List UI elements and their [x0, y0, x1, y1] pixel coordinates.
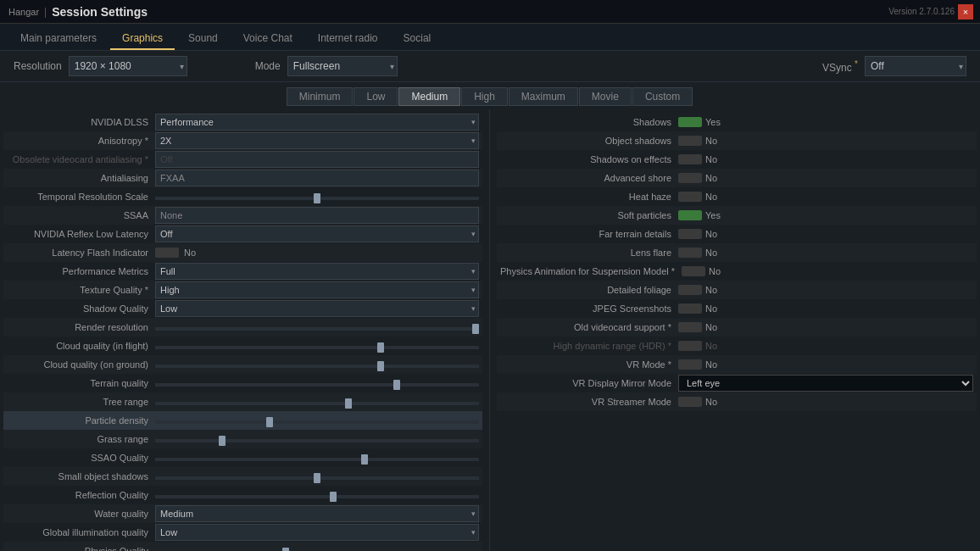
advanced-shore-toggle[interactable]: [678, 173, 702, 183]
soft-particles-toggle[interactable]: [678, 210, 702, 220]
ssao-quality-slider[interactable]: [155, 458, 479, 461]
temporal-resolution-label: Temporal Resolution Scale: [7, 192, 155, 202]
shadows-effects-value: No: [705, 154, 717, 164]
detailed-foliage-toggle[interactable]: [678, 285, 702, 295]
shadow-quality-select[interactable]: Low: [155, 300, 479, 317]
tree-range-control[interactable]: [155, 396, 479, 408]
grass-range-control[interactable]: [155, 433, 479, 445]
cloud-inflight-slider[interactable]: [155, 346, 479, 349]
preset-maximum[interactable]: Maximum: [509, 87, 578, 106]
far-terrain-row: Far terrain details No: [497, 225, 977, 243]
preset-low[interactable]: Low: [354, 87, 398, 106]
vsync-group: VSync * Off: [822, 56, 966, 76]
far-terrain-toggle[interactable]: [678, 229, 702, 239]
water-quality-label: Water quality: [7, 509, 155, 519]
grass-range-label: Grass range: [7, 434, 155, 444]
tree-range-label: Tree range: [7, 397, 155, 407]
preset-medium[interactable]: Medium: [398, 87, 460, 106]
perf-metrics-select[interactable]: Full: [155, 263, 479, 280]
small-object-shadows-control[interactable]: [155, 470, 479, 482]
vsync-select[interactable]: Off: [865, 56, 966, 76]
mode-select[interactable]: Fullscreen: [287, 56, 398, 76]
hdr-row: High dynamic range (HDR) * No: [497, 337, 977, 355]
ssaa-value: None: [155, 207, 479, 224]
particle-density-slider[interactable]: [155, 420, 479, 424]
nvidia-dlss-select[interactable]: Performance: [155, 114, 479, 131]
ssao-quality-control[interactable]: [155, 452, 479, 464]
soft-particles-row: Soft particles Yes: [497, 206, 977, 225]
cloud-inflight-control[interactable]: [155, 340, 479, 352]
vr-display-select[interactable]: Left eye: [678, 375, 973, 392]
grass-range-slider[interactable]: [155, 439, 479, 442]
render-resolution-row: Render resolution: [3, 318, 482, 337]
global-illumination-select[interactable]: Low: [155, 524, 479, 541]
lens-flare-toggle[interactable]: [678, 248, 702, 258]
temporal-resolution-control[interactable]: [155, 191, 479, 203]
resolution-select[interactable]: 1920 × 1080: [69, 56, 187, 76]
tree-range-slider[interactable]: [155, 402, 479, 405]
old-videocard-toggle[interactable]: [678, 322, 702, 332]
preset-high[interactable]: High: [461, 87, 508, 106]
small-object-shadows-slider[interactable]: [155, 476, 479, 480]
tab-voice-chat[interactable]: Voice Chat: [231, 28, 304, 50]
hdr-control: No: [678, 341, 973, 351]
grass-range-row: Grass range: [3, 430, 482, 448]
reflection-quality-slider[interactable]: [155, 495, 479, 498]
preset-custom[interactable]: Custom: [632, 87, 693, 106]
antialiasing-row: Antialiasing FXAA: [3, 169, 482, 187]
vr-mode-toggle[interactable]: [678, 359, 702, 370]
heat-haze-toggle[interactable]: [678, 192, 702, 202]
advanced-shore-label: Advanced shore: [500, 173, 678, 183]
tab-social[interactable]: Social: [392, 28, 443, 50]
cloud-onground-slider[interactable]: [155, 365, 479, 368]
shadows-toggle[interactable]: [678, 117, 702, 127]
reflection-quality-control[interactable]: [155, 489, 479, 501]
shadows-row: Shadows Yes: [497, 113, 977, 131]
obsolete-antialiasing-label: Obsolete videocard antialiasing *: [7, 154, 155, 164]
mode-select-wrap: Fullscreen: [287, 56, 398, 76]
far-terrain-control: No: [678, 229, 973, 239]
jpeg-screenshots-toggle[interactable]: [678, 303, 702, 314]
render-resolution-slider[interactable]: [155, 327, 479, 331]
terrain-quality-control[interactable]: [155, 377, 479, 389]
nvidia-reflex-select[interactable]: Off: [155, 225, 479, 242]
cloud-onground-label: Cloud quality (on ground): [7, 359, 155, 370]
hdr-toggle[interactable]: [678, 341, 702, 351]
tab-graphics[interactable]: Graphics: [110, 28, 175, 50]
tab-sound[interactable]: Sound: [176, 28, 230, 50]
cloud-onground-row: Cloud quality (on ground): [3, 355, 482, 374]
terrain-quality-label: Terrain quality: [7, 378, 155, 388]
obsolete-antialiasing-control: Off: [155, 151, 479, 168]
object-shadows-toggle[interactable]: [678, 136, 702, 146]
water-quality-select[interactable]: Medium: [155, 505, 479, 522]
back-link[interactable]: Hangar: [8, 7, 39, 17]
vsync-label: VSync *: [822, 59, 858, 74]
nvidia-dlss-row: NVIDIA DLSS Performance: [3, 113, 482, 131]
vr-streamer-toggle[interactable]: [678, 397, 702, 407]
latency-flash-toggle[interactable]: [155, 248, 179, 258]
terrain-quality-slider[interactable]: [155, 383, 479, 387]
preset-movie[interactable]: Movie: [579, 87, 632, 106]
jpeg-screenshots-label: JPEG Screenshots: [500, 303, 678, 314]
preset-minimum[interactable]: Minimum: [287, 87, 354, 106]
heat-haze-row: Heat haze No: [497, 187, 977, 206]
detailed-foliage-label: Detailed foliage: [500, 285, 678, 295]
temporal-resolution-slider[interactable]: [155, 197, 479, 200]
ssaa-label: SSAA: [7, 210, 155, 220]
cloud-onground-control[interactable]: [155, 359, 479, 370]
tab-main-parameters[interactable]: Main parameters: [8, 28, 109, 50]
far-terrain-label: Far terrain details: [500, 229, 678, 239]
texture-quality-select[interactable]: High: [155, 281, 479, 298]
particle-density-control[interactable]: [155, 415, 479, 426]
shadows-control: Yes: [678, 117, 973, 127]
jpeg-screenshots-control: No: [678, 303, 973, 314]
shadows-effects-toggle[interactable]: [678, 154, 702, 164]
physics-quality-control[interactable]: [155, 545, 479, 551]
close-button[interactable]: ×: [958, 4, 973, 19]
tab-internet-radio[interactable]: Internet radio: [306, 28, 390, 50]
physics-animation-value: No: [709, 266, 721, 276]
render-resolution-control[interactable]: [155, 321, 479, 333]
lens-flare-control: No: [678, 248, 973, 258]
physics-animation-toggle[interactable]: [682, 266, 705, 276]
anisotropy-select[interactable]: 2X: [155, 132, 479, 149]
